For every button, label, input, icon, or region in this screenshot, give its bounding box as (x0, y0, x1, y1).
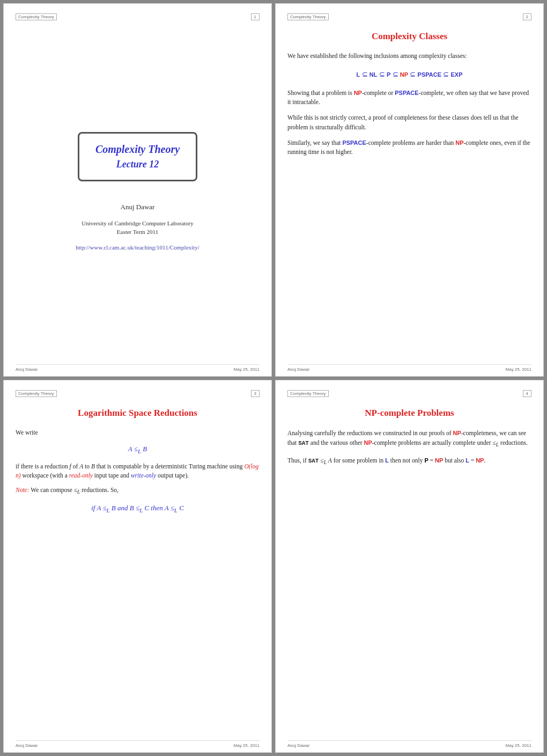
slide-3: Complexity Theory 3 Logarithmic Space Re… (3, 380, 272, 753)
slide-2-para3: While this is not strictly correct, a pr… (287, 113, 531, 132)
slide-2-footer-author: Anuj Dawar (287, 367, 309, 372)
slide-1-footer-date: May 25, 2011 (234, 367, 260, 372)
author-name: Anuj Dawar (121, 203, 155, 211)
institution-line2: Easter Term 2011 (117, 229, 158, 235)
slides-grid: Complexity Theory 1 Complexity Theory Le… (0, 0, 547, 756)
slide-3-number: 3 (251, 390, 260, 397)
slide-2: Complexity Theory 2 Complexity Classes W… (275, 3, 544, 377)
slide-2-para4: Similarly, we say that PSPACE-complete p… (287, 138, 531, 157)
slide-1-footer: Anuj Dawar May 25, 2011 (16, 364, 260, 372)
slide-4-header: Complexity Theory 4 (287, 390, 531, 397)
slide-4-number: 4 (523, 390, 531, 397)
reduction-formula: A ≤L B (16, 444, 260, 456)
slide-2-footer-date: May 25, 2011 (506, 367, 531, 372)
slide-1-content: Complexity Theory Lecture 12 Anuj Dawar … (16, 26, 260, 357)
slide-2-para2: Showing that a problem is NP-complete or… (287, 89, 531, 107)
slide-2-label: Complexity Theory (287, 13, 329, 20)
slide-3-para3: Note: We can compose ≤L reductions. So, (16, 486, 260, 496)
slide-4-label: Complexity Theory (287, 390, 329, 397)
slide-1-number: 1 (251, 13, 260, 20)
slide-1-footer-author: Anuj Dawar (16, 367, 38, 372)
slide-2-footer: Anuj Dawar May 25, 2011 (287, 364, 531, 372)
title-box: Complexity Theory Lecture 12 (78, 132, 197, 181)
slide-2-body: We have established the following inclus… (287, 52, 531, 163)
slide-3-title: Logarithmic Space Reductions (16, 408, 260, 419)
main-title: Complexity Theory (95, 143, 180, 156)
course-url[interactable]: http://www.cl.cam.ac.uk/teaching/1011/Co… (76, 244, 199, 251)
slide-3-footer-date: May 25, 2011 (234, 743, 260, 748)
slide-2-para1: We have established the following inclus… (287, 52, 531, 61)
slide-4-body: Analysing carefully the reductions we co… (287, 428, 531, 473)
slide-3-label: Complexity Theory (16, 390, 57, 397)
slide-2-header: Complexity Theory 2 (287, 13, 531, 20)
slide-1: Complexity Theory 1 Complexity Theory Le… (3, 3, 272, 377)
slide-4-footer-author: Anuj Dawar (287, 743, 309, 748)
slide-3-footer: Anuj Dawar May 25, 2011 (16, 740, 260, 748)
slide-4-title: NP-complete Problems (287, 408, 531, 419)
lecture-number: Lecture 12 (95, 159, 180, 170)
slide-4-footer-date: May 25, 2011 (506, 743, 531, 748)
institution-line1: University of Cambridge Computer Laborat… (82, 220, 193, 226)
slide-3-header: Complexity Theory 3 (16, 390, 260, 397)
slide-2-title: Complexity Classes (287, 31, 531, 42)
slide-3-body: We write A ≤L B if there is a reduction … (16, 428, 260, 521)
slide-1-label: Complexity Theory (16, 13, 57, 20)
slide-3-footer-author: Anuj Dawar (16, 743, 38, 748)
slide-4: Complexity Theory 4 NP-complete Problems… (275, 380, 544, 753)
complexity-chain: L ⊆ NL ⊆ P ⊆ NP ⊆ PSPACE ⊆ EXP (287, 69, 531, 80)
slide-2-number: 2 (523, 13, 531, 20)
institution: University of Cambridge Computer Laborat… (82, 219, 193, 237)
slide-4-para2: Thus, if SAT ≤L A for some problem in L … (287, 456, 531, 467)
slide-4-footer: Anuj Dawar May 25, 2011 (287, 740, 531, 748)
slide-4-para1: Analysing carefully the reductions we co… (287, 428, 531, 449)
slide-1-header: Complexity Theory 1 (16, 13, 260, 20)
slide-3-para2: if there is a reduction f of A to B that… (16, 462, 260, 481)
compose-formula: if A ≤L B and B ≤L C then A ≤L C (16, 503, 260, 515)
slide-3-para1: We write (16, 428, 260, 437)
